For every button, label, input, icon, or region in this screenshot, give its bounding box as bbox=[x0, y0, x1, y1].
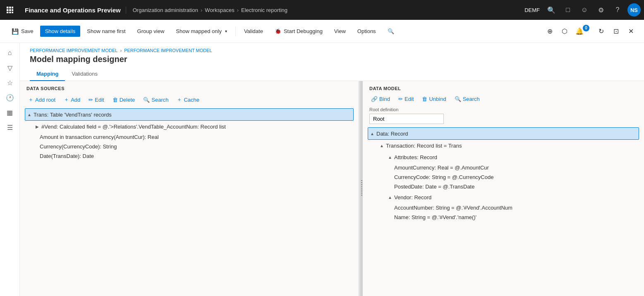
cmd-separator-1 bbox=[235, 26, 236, 36]
dm-tree-row-accountnumber[interactable]: AccountNumber: String = @.'#Vend'.Accoun… bbox=[368, 203, 639, 212]
expand-vend-icon[interactable]: ▶ bbox=[33, 122, 41, 131]
dm-tree-row-transaction[interactable]: ▲ Transaction: Record list = Trans bbox=[368, 140, 639, 151]
cache-button-ds[interactable]: ＋ Cache bbox=[173, 94, 203, 105]
sidebar-home-icon[interactable]: ⌂ bbox=[3, 46, 17, 60]
ds-panel-header: DATA SOURCES bbox=[25, 86, 354, 91]
bind-button[interactable]: 🔗 Bind bbox=[368, 94, 393, 104]
show-details-button[interactable]: Show details bbox=[40, 26, 81, 37]
root-def-label: Root definition bbox=[369, 107, 637, 112]
dm-tree-label-currencycode: CurrencyCode: String = @.CurrencyCode bbox=[394, 174, 493, 180]
tree-row-vend[interactable]: ▶ #Vend: Calculated field = @.'>Relation… bbox=[25, 121, 354, 132]
tree-row-currency[interactable]: Currency(CurrencyCode): String bbox=[25, 142, 354, 151]
help-icon[interactable]: ? bbox=[611, 3, 624, 17]
dm-tree-row-data[interactable]: ▲ Data: Record bbox=[368, 127, 639, 140]
show-mapped-only-button[interactable]: Show mapped only ▾ bbox=[171, 26, 232, 37]
settings-icon[interactable]: ⚙ bbox=[594, 3, 608, 17]
tree-row-amount[interactable]: Amount in transaction currency(AmountCur… bbox=[25, 132, 354, 142]
sidebar-recent-icon[interactable]: 🕐 bbox=[3, 91, 17, 104]
search-icon-top[interactable]: 🔍 bbox=[545, 3, 558, 17]
edit-button-dm[interactable]: ✏ Edit bbox=[395, 94, 417, 104]
data-model-panel: DATA MODEL 🔗 Bind ✏ Edit 🗑 Unbind bbox=[363, 81, 644, 296]
tree-row-date[interactable]: Date(TransDate): Date bbox=[25, 151, 354, 161]
save-icon: 💾 bbox=[12, 28, 19, 35]
emoji-icon[interactable]: ☺ bbox=[578, 3, 591, 17]
dm-tree-label-name: Name: String = @.'#Vend'.'name()' bbox=[394, 214, 476, 220]
breadcrumb-workspaces[interactable]: Workspaces bbox=[205, 7, 234, 13]
dropdown-chevron-icon: ▾ bbox=[225, 29, 227, 33]
dm-tree-label-accountnumber: AccountNumber: String = @.'#Vend'.Accoun… bbox=[394, 205, 512, 211]
delete-button-ds[interactable]: 🗑 Delete bbox=[109, 95, 139, 105]
add-button[interactable]: ＋ Add bbox=[60, 94, 84, 105]
show-name-first-button[interactable]: Show name first bbox=[82, 26, 130, 37]
app-title: Finance and Operations Preview bbox=[20, 7, 126, 14]
command-bar: 💾 Save Show details Show name first Grou… bbox=[0, 20, 644, 43]
dm-tree-label-posteddate: PostedDate: Date = @.TransDate bbox=[394, 184, 474, 190]
tree-label-trans: Trans: Table 'VendTrans' records bbox=[34, 112, 112, 118]
debug-icon: 🐞 bbox=[275, 28, 281, 34]
expand-icon[interactable]: ⬡ bbox=[558, 25, 571, 38]
bc-link-1[interactable]: PERFORMANCE IMPROVEMENT MODEL bbox=[30, 48, 118, 53]
search-cmd-button[interactable]: 🔍 bbox=[383, 26, 399, 37]
sidebar-favorites-icon[interactable]: ☆ bbox=[3, 76, 17, 89]
dm-tree-label-data: Data: Record bbox=[376, 131, 408, 137]
delete-icon-ds: 🗑 bbox=[113, 97, 118, 103]
dm-tree: ▲ Data: Record ▲ Transaction: Record lis… bbox=[368, 127, 639, 291]
pin-icon[interactable]: ⊕ bbox=[543, 25, 556, 38]
bc-link-2[interactable]: PERFORMANCE IMPROVEMENT MODEL bbox=[124, 48, 212, 53]
validate-button[interactable]: Validate bbox=[239, 26, 268, 37]
mapping-area: DATA SOURCES ＋ Add root ＋ Add ✏ Edit bbox=[20, 81, 644, 296]
search-button-dm[interactable]: 🔍 Search bbox=[451, 94, 483, 104]
options-button[interactable]: Options bbox=[352, 26, 381, 37]
tree-row-trans[interactable]: ▲ Trans: Table 'VendTrans' records bbox=[25, 108, 354, 121]
dm-tree-row-posteddate[interactable]: PostedDate: Date = @.TransDate bbox=[368, 182, 639, 191]
dm-tree-row-currencycode[interactable]: CurrencyCode: String = @.CurrencyCode bbox=[368, 172, 639, 182]
top-right-controls: DEMF 🔍 □ ☺ ⚙ ? NS bbox=[524, 3, 641, 17]
close-icon[interactable]: ✕ bbox=[624, 25, 637, 38]
data-sources-panel: DATA SOURCES ＋ Add root ＋ Add ✏ Edit bbox=[20, 81, 360, 296]
dm-tree-row-name[interactable]: Name: String = @.'#Vend'.'name()' bbox=[368, 212, 639, 222]
start-debugging-button[interactable]: 🐞 Start Debugging bbox=[270, 26, 328, 37]
edit-button-ds[interactable]: ✏ Edit bbox=[85, 95, 107, 105]
add-root-button[interactable]: ＋ Add root bbox=[25, 94, 59, 105]
ds-tree: ▲ Trans: Table 'VendTrans' records ▶ #Ve… bbox=[25, 108, 354, 291]
main-content: PERFORMANCE IMPROVEMENT MODEL › PERFORMA… bbox=[20, 43, 644, 296]
dm-tree-label-vendor: Vendor: Record bbox=[394, 194, 431, 201]
notification-icon[interactable]: □ bbox=[561, 3, 575, 17]
breadcrumb-er[interactable]: Electronic reporting bbox=[241, 7, 287, 13]
app-grid-icon[interactable] bbox=[3, 3, 17, 17]
tab-validations[interactable]: Validations bbox=[65, 67, 104, 81]
search-icon-dm: 🔍 bbox=[455, 96, 461, 102]
expand-data-icon[interactable]: ▲ bbox=[368, 129, 376, 138]
sidebar-list-icon[interactable]: ☰ bbox=[3, 121, 17, 134]
add-root-icon: ＋ bbox=[28, 96, 34, 103]
expand-transaction-icon[interactable]: ▲ bbox=[378, 141, 386, 150]
search-cmd-icon: 🔍 bbox=[388, 28, 394, 34]
group-view-button[interactable]: Group view bbox=[132, 26, 170, 37]
view-button[interactable]: View bbox=[329, 26, 351, 37]
breadcrumb-org[interactable]: Organization administration bbox=[133, 7, 198, 13]
avatar[interactable]: NS bbox=[627, 3, 641, 17]
unbind-button[interactable]: 🗑 Unbind bbox=[419, 94, 449, 104]
badge-count: 0 bbox=[583, 25, 589, 31]
breadcrumb-sep2: › bbox=[237, 7, 239, 13]
unbind-icon: 🗑 bbox=[422, 96, 427, 102]
dm-tree-row-attributes[interactable]: ▲ Attributes: Record bbox=[368, 151, 639, 163]
dm-tree-row-vendor[interactable]: ▲ Vendor: Record bbox=[368, 191, 639, 203]
ds-toolbar: ＋ Add root ＋ Add ✏ Edit 🗑 Delete bbox=[25, 94, 354, 105]
breadcrumb-sep1: › bbox=[201, 7, 202, 13]
expand-vendor-icon[interactable]: ▲ bbox=[386, 193, 394, 201]
refresh-icon[interactable]: ↻ bbox=[594, 25, 608, 38]
sidebar-filter-icon[interactable]: ▽ bbox=[3, 61, 17, 74]
notification-cmd-area: 🔔 0 bbox=[573, 25, 593, 38]
sidebar-workspace-icon[interactable]: ▦ bbox=[3, 106, 17, 119]
add-icon: ＋ bbox=[64, 96, 69, 103]
cmd-right-group: ⊕ ⬡ 🔔 0 ↻ ⊡ ✕ bbox=[543, 25, 637, 38]
save-button[interactable]: 💾 Save bbox=[7, 26, 38, 37]
dm-tree-row-amountcurrency[interactable]: AmountCurrency: Real = @.AmountCur bbox=[368, 163, 639, 172]
search-button-ds[interactable]: 🔍 Search bbox=[140, 95, 172, 105]
open-new-window-icon[interactable]: ⊡ bbox=[609, 25, 622, 38]
tab-mapping[interactable]: Mapping bbox=[30, 67, 65, 81]
expand-trans-icon[interactable]: ▲ bbox=[25, 110, 34, 119]
tree-label-vend: #Vend: Calculated field = @.'>Relations'… bbox=[41, 124, 226, 130]
expand-attributes-icon[interactable]: ▲ bbox=[386, 153, 394, 161]
